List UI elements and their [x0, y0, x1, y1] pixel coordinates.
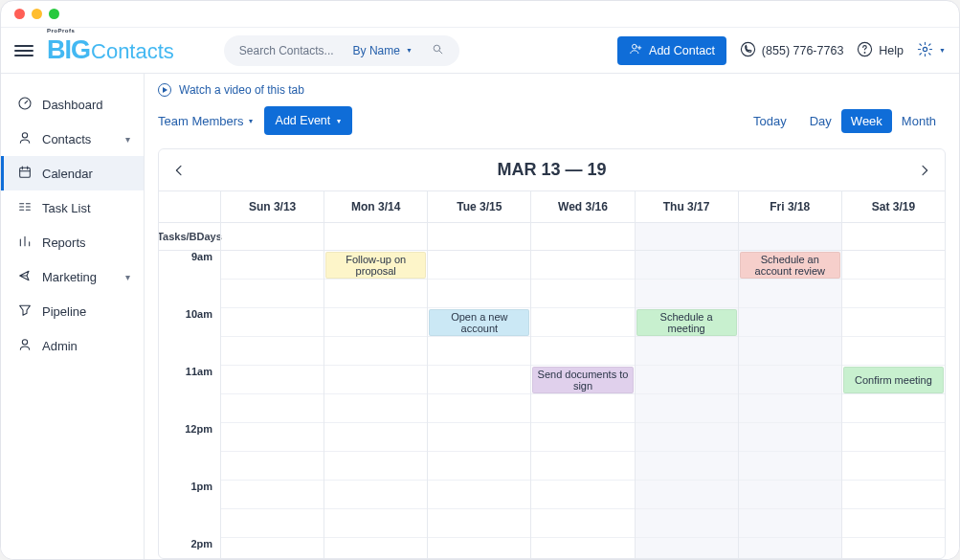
sidebar-item-label: Task List: [42, 201, 91, 215]
day-column[interactable]: Follow-up on proposal: [324, 251, 427, 558]
calendar-event[interactable]: Send documents to sign: [532, 367, 633, 393]
day-column[interactable]: Schedule an account review: [738, 251, 841, 558]
hour-label: 1pm: [159, 481, 220, 538]
svg-point-4: [864, 52, 865, 53]
sidebar-item-label: Dashboard: [42, 98, 103, 112]
calendar-event[interactable]: Open a new account: [429, 309, 529, 336]
add-contact-label: Add Contact: [649, 44, 715, 57]
hour-label: 9am: [159, 251, 220, 308]
window-titlebar: [1, 1, 959, 28]
window-maximize-icon[interactable]: [49, 9, 59, 19]
hamburger-icon[interactable]: [14, 45, 33, 56]
tasks-cell[interactable]: [220, 223, 324, 250]
today-button[interactable]: Today: [753, 114, 787, 128]
tasks-bdays-row: Tasks/BDays: [159, 223, 945, 251]
day-column[interactable]: Confirm meeting: [841, 251, 945, 558]
help-icon: [857, 41, 873, 60]
chevron-down-icon: ▾: [337, 117, 341, 125]
day-column[interactable]: Open a new account: [427, 251, 530, 558]
sidebar-item-dashboard[interactable]: Dashboard: [1, 87, 144, 122]
day-column[interactable]: [220, 251, 324, 558]
brand-big: BIG: [47, 35, 90, 65]
settings-dropdown[interactable]: ▼: [917, 41, 946, 60]
chevron-down-icon: ▾: [249, 117, 253, 125]
sidebar-item-pipeline[interactable]: Pipeline: [1, 294, 144, 328]
search-byname-dropdown[interactable]: By Name ▼: [353, 44, 413, 57]
sidebar-item-marketing[interactable]: Marketing▾: [1, 259, 144, 294]
help-link[interactable]: Help: [857, 41, 904, 60]
day-column[interactable]: Schedule a meeting: [635, 251, 738, 558]
brand-logo[interactable]: ProProfs BIG Contacts: [47, 35, 174, 65]
window-close-icon[interactable]: [14, 9, 25, 19]
next-week-button[interactable]: [908, 149, 941, 191]
sidebar: DashboardContacts▾CalendarTask ListRepor…: [1, 74, 145, 559]
day-header: Wed 3/16: [530, 191, 634, 222]
prev-week-button[interactable]: [163, 149, 195, 191]
calendar-grid[interactable]: 9am10am11am12pm1pm2pm Follow-up on propo…: [159, 251, 945, 558]
hour-label: 11am: [159, 366, 220, 423]
chevron-down-icon: ▼: [939, 47, 946, 54]
phone-number: (855) 776-7763: [762, 44, 843, 57]
view-option-day[interactable]: Day: [800, 109, 841, 133]
brand-proprofs: ProProfs: [47, 28, 75, 34]
tasks-cell[interactable]: [427, 223, 530, 250]
window-minimize-icon[interactable]: [32, 9, 42, 19]
tasks-cell[interactable]: [635, 223, 738, 250]
calendar-event[interactable]: Schedule a meeting: [636, 309, 737, 336]
watch-video-label: Watch a video of this tab: [179, 83, 304, 97]
calendar-toolbar: Team Members ▾ Add Event ▾ Today DayWeek…: [145, 97, 959, 148]
bar-chart-icon: [17, 234, 33, 252]
phone-link[interactable]: (855) 776-7763: [740, 41, 843, 60]
gear-icon: [917, 41, 933, 60]
tasks-cell[interactable]: [738, 223, 841, 250]
add-event-label: Add Event: [276, 114, 331, 127]
megaphone-icon: [17, 268, 33, 286]
view-option-week[interactable]: Week: [841, 109, 892, 133]
list-icon: [17, 199, 33, 217]
add-event-button[interactable]: Add Event ▾: [264, 106, 353, 135]
sidebar-item-label: Marketing: [42, 270, 97, 284]
brand-contacts: Contacts: [91, 39, 174, 64]
day-header: Sat 3/19: [841, 191, 945, 222]
sidebar-item-task-list[interactable]: Task List: [1, 190, 144, 225]
user-icon: [17, 130, 33, 148]
sidebar-item-contacts[interactable]: Contacts▾: [1, 122, 144, 156]
view-option-month[interactable]: Month: [892, 109, 946, 133]
chevron-down-icon: ▾: [125, 272, 130, 282]
calendar-event[interactable]: Schedule an account review: [740, 252, 840, 279]
day-header: Tue 3/15: [427, 191, 530, 222]
calendar-icon: [17, 165, 33, 183]
main-content: Watch a video of this tab Team Members ▾…: [145, 74, 959, 559]
sidebar-item-label: Contacts: [42, 132, 91, 146]
app-window: ProProfs BIG Contacts Search Contacts...…: [0, 0, 960, 560]
view-switcher: Today DayWeekMonth: [753, 114, 946, 128]
svg-point-9: [22, 339, 27, 344]
add-contact-button[interactable]: Add Contact: [617, 36, 726, 65]
team-members-dropdown[interactable]: Team Members ▾: [158, 114, 253, 128]
search-input[interactable]: Search Contacts... By Name ▼: [224, 35, 459, 66]
svg-point-1: [633, 44, 637, 49]
hour-label: 2pm: [159, 538, 220, 558]
sidebar-item-calendar[interactable]: Calendar: [1, 156, 144, 190]
watch-video-link[interactable]: Watch a video of this tab: [158, 83, 959, 97]
help-label: Help: [879, 44, 904, 57]
tasks-cell[interactable]: [841, 223, 945, 250]
add-user-icon: [629, 42, 642, 58]
top-bar: ProProfs BIG Contacts Search Contacts...…: [1, 28, 959, 74]
sidebar-item-reports[interactable]: Reports: [1, 225, 144, 259]
tasks-cell[interactable]: [530, 223, 634, 250]
calendar-event[interactable]: Follow-up on proposal: [325, 252, 426, 279]
day-header: Mon 3/14: [324, 191, 427, 222]
tasks-cell[interactable]: [324, 223, 427, 250]
calendar-event[interactable]: Confirm meeting: [843, 367, 944, 393]
day-header: Thu 3/17: [635, 191, 738, 222]
sidebar-item-label: Admin: [42, 339, 78, 353]
day-header: Fri 3/18: [738, 191, 841, 222]
gauge-icon: [17, 96, 33, 114]
admin-icon: [17, 337, 33, 355]
day-column[interactable]: Send documents to sign: [530, 251, 634, 558]
calendar: MAR 13 — 19 Sun 3/13Mon 3/14Tue 3/15Wed …: [158, 148, 946, 559]
svg-point-2: [741, 42, 754, 56]
sidebar-item-admin[interactable]: Admin: [1, 328, 144, 363]
search-icon[interactable]: [432, 43, 444, 58]
